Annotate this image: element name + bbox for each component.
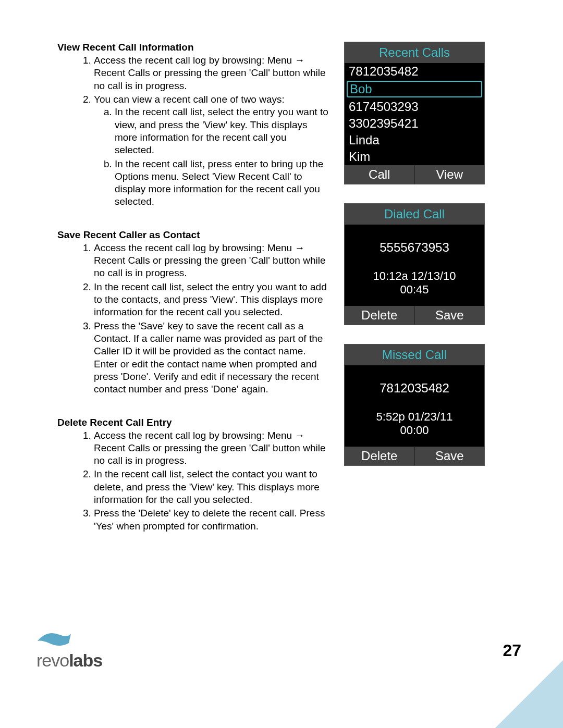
page-number: 27 (503, 641, 521, 660)
softkey-bar: Call View (345, 165, 484, 184)
section-view-recent: View Recent Call Information Access the … (57, 42, 328, 208)
delete-button[interactable]: Delete (345, 447, 414, 465)
screenshot-column: Recent Calls 7812035482 Bob 6174503293 3… (344, 42, 500, 553)
sub-list-item: In the recent call list, select the entr… (115, 106, 328, 156)
instruction-column: View Recent Call Information Access the … (57, 42, 328, 553)
corner-accent-icon (495, 660, 563, 728)
call-timestamp: 5:52p 01/23/11 (345, 410, 484, 424)
phone-screen-missed-call: Missed Call 7812035482 5:52p 01/23/11 00… (344, 344, 485, 466)
screen-title: Dialed Call (345, 204, 484, 225)
view-button[interactable]: View (414, 165, 485, 184)
brand-part-b: labs (69, 650, 102, 670)
call-row[interactable]: Kim (345, 149, 484, 165)
list-item-text: You can view a recent call one of two wa… (94, 94, 285, 105)
phone-screen-recent-calls: Recent Calls 7812035482 Bob 6174503293 3… (344, 42, 485, 184)
call-duration: 00:00 (345, 424, 484, 437)
flag-icon (36, 627, 102, 650)
section-heading: Delete Recent Call Entry (57, 417, 328, 428)
list-item: In the recent call list, select the entr… (94, 281, 328, 319)
list-item: You can view a recent call one of two wa… (94, 93, 328, 208)
call-button[interactable]: Call (345, 165, 414, 184)
ordered-list: Access the recent call log by browsing: … (57, 429, 328, 533)
screen-title: Recent Calls (345, 42, 484, 63)
list-item: Access the recent call log by browsing: … (94, 242, 328, 280)
call-detail: 5555673953 10:12a 12/13/10 00:45 (345, 225, 484, 306)
list-item: Access the recent call log by browsing: … (94, 429, 328, 467)
call-number: 5555673953 (345, 240, 484, 255)
section-heading: View Recent Call Information (57, 42, 328, 53)
call-row[interactable]: Linda (345, 132, 484, 149)
call-row[interactable]: 7812035482 (345, 63, 484, 80)
softkey-bar: Delete Save (345, 447, 484, 465)
call-row[interactable]: 3302395421 (345, 115, 484, 132)
content-wrap: View Recent Call Information Access the … (57, 42, 516, 553)
screen-title: Missed Call (345, 344, 484, 365)
brand-part-a: revo (36, 650, 69, 670)
save-button[interactable]: Save (414, 306, 485, 325)
sub-list-item: In the recent call list, press enter to … (115, 158, 328, 208)
brand-logo: revolabs (36, 627, 102, 671)
call-duration: 00:45 (345, 283, 484, 297)
section-delete-entry: Delete Recent Call Entry Access the rece… (57, 417, 328, 533)
phone-screen-dialed-call: Dialed Call 5555673953 10:12a 12/13/10 0… (344, 203, 485, 325)
section-heading: Save Recent Caller as Contact (57, 229, 328, 241)
call-row-selected[interactable]: Bob (347, 81, 482, 97)
list-item: Access the recent call log by browsing: … (94, 54, 328, 92)
call-detail: 7812035482 5:52p 01/23/11 00:00 (345, 365, 484, 447)
softkey-bar: Delete Save (345, 306, 484, 325)
list-item: Press the 'Delete' key to delete the rec… (94, 507, 328, 533)
delete-button[interactable]: Delete (345, 306, 414, 325)
manual-page: View Recent Call Information Access the … (0, 0, 563, 728)
list-item: Press the 'Save' key to save the recent … (94, 320, 328, 396)
call-row[interactable]: 6174503293 (345, 98, 484, 115)
section-save-contact: Save Recent Caller as Contact Access the… (57, 229, 328, 396)
call-list: 7812035482 Bob 6174503293 3302395421 Lin… (345, 63, 484, 165)
ordered-list: Access the recent call log by browsing: … (57, 54, 328, 208)
call-number: 7812035482 (345, 381, 484, 396)
save-button[interactable]: Save (414, 447, 485, 465)
brand-name: revolabs (36, 650, 102, 671)
call-timestamp: 10:12a 12/13/10 (345, 269, 484, 283)
sub-list: In the recent call list, select the entr… (94, 106, 328, 208)
list-item: In the recent call list, select the cont… (94, 468, 328, 506)
ordered-list: Access the recent call log by browsing: … (57, 242, 328, 396)
